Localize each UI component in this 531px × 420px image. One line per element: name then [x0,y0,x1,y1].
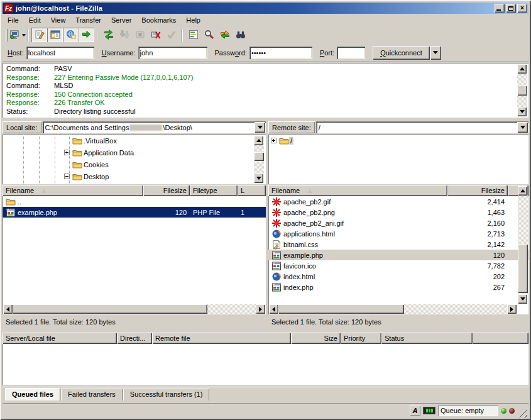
list-scroll-up-button[interactable] [518,186,527,196]
remote-list-column-header[interactable]: Filesize [447,185,508,196]
menu-edit[interactable]: Edit [24,15,46,25]
process-queue-button[interactable] [116,28,132,42]
tree-item[interactable]: Cookies [3,158,266,170]
local-list-row[interactable]: .. [3,196,266,207]
menu-help[interactable]: Help [181,15,205,25]
password-input[interactable] [249,47,312,59]
toggle-remote-tree-button[interactable] [63,28,79,42]
remote-list-row[interactable]: apache_pb2.gif2,414 [268,196,528,207]
queue-column-header[interactable]: Directi... [117,333,152,344]
menu-file[interactable]: File [3,15,24,25]
remote-list-column-header[interactable]: Filename [268,185,447,196]
queue-column-header[interactable]: Remote file [152,333,291,344]
queue-column-header[interactable]: Server/Local file [3,333,117,344]
toggle-message-log-button[interactable] [31,28,47,42]
tree-scroll-thumb[interactable] [254,152,264,161]
remote-list-row[interactable]: index.php267 [268,282,528,292]
remote-list-row[interactable]: example.php120 [268,250,528,260]
remote-list-row[interactable]: index.html202 [268,271,528,282]
local-path-combobox[interactable]: C:\Documents and Settings\Desktop\ [43,121,266,133]
search-button[interactable] [233,28,248,42]
hscroll-right-button[interactable] [256,304,265,314]
size-cell [143,196,190,207]
tree-item[interactable]: .VirtualBox [3,135,266,146]
reconnect-button[interactable] [163,28,179,42]
local-list-row[interactable]: example.php120PHP File1 [3,207,266,218]
remote-hscrollbar[interactable] [269,304,517,314]
hscroll-left-button[interactable] [3,304,13,314]
list-scroll-thumb[interactable] [518,244,528,293]
log-scrollbar[interactable] [517,64,527,116]
port-input[interactable] [337,47,365,59]
log-scroll-down-button[interactable] [517,107,527,116]
local-list-column-header[interactable]: L [238,185,266,196]
menu-view[interactable]: View [46,15,71,25]
reconnect-icon [167,30,177,41]
dropdown-arrow-icon [433,51,438,54]
tab-successful-transfers[interactable]: Successful transfers (1) [123,389,210,401]
hscroll-thumb[interactable] [13,304,207,314]
collapse-minus-icon[interactable] [64,174,70,179]
tree-item[interactable]: Desktop [3,170,266,182]
log-line: Command:MLSD [6,82,516,91]
quickconnect-button[interactable]: Quickconnect [373,46,430,60]
menu-bookmarks[interactable]: Bookmarks [136,15,181,25]
filename-label: .. [18,198,21,206]
list-scroll-down-button[interactable] [518,294,527,304]
site-manager-button[interactable] [9,28,25,42]
toggle-transfer-queue-button[interactable] [79,28,94,42]
queue-header-filler [473,333,528,344]
local-list-column-header[interactable]: Filename [3,185,143,196]
hscroll-right-button[interactable] [507,304,517,314]
tree-scroll-down-button[interactable] [254,174,263,183]
queue-column-header[interactable]: Status [381,333,473,344]
close-button[interactable]: × [517,4,527,13]
synchronized-browsing-button[interactable] [217,28,233,42]
tree-scroll-up-button[interactable] [254,136,263,145]
local-hscrollbar[interactable] [3,304,265,314]
toggle-local-tree-button[interactable] [47,28,63,42]
remote-path-dropdown-button[interactable] [517,122,528,133]
disconnect-button[interactable] [148,28,163,42]
expand-plus-icon[interactable] [271,138,276,143]
remote-list-header: FilenameFilesize [268,185,528,196]
log-scroll-thumb[interactable] [517,86,527,96]
resize-grip[interactable] [518,409,527,417]
hscroll-left-button[interactable] [269,304,278,314]
tree-item[interactable]: Application Data [3,146,266,158]
refresh-button[interactable] [101,28,116,42]
local-tree-scrollbar[interactable] [254,136,264,183]
remote-list-row[interactable]: apache_pb2_ani.gif2,160 [268,218,528,228]
remote-list-scrollbar[interactable] [518,186,528,304]
tab-queued-files[interactable]: Queued files [5,388,60,401]
local-list-column-header[interactable]: Filetype [190,185,238,196]
quickconnect-dropdown-button[interactable] [430,46,441,60]
toolbar-grip[interactable] [6,29,8,41]
local-path-dropdown-button[interactable] [255,122,265,133]
maximize-button[interactable] [506,4,516,13]
expand-plus-icon[interactable] [64,150,70,155]
directory-comparison-button[interactable] [185,28,201,42]
hscroll-thumb[interactable] [278,304,404,314]
find-files-button[interactable] [201,28,217,42]
menu-server[interactable]: Server [106,15,136,25]
local-list-column-header[interactable]: Filesize [143,185,190,196]
tab-failed-transfers[interactable]: Failed transfers [61,389,123,401]
log-line-type: Response: [6,74,54,82]
host-input[interactable] [26,47,94,59]
tree-item[interactable]: / [268,135,528,146]
log-scroll-up-button[interactable] [517,64,527,74]
cancel-operation-button[interactable] [132,28,148,42]
minimize-button[interactable] [495,4,505,13]
speed-limits-icon[interactable] [423,407,435,414]
queue-column-header[interactable]: Size [291,333,341,344]
transfer-type-icon[interactable]: A [410,406,420,416]
username-input[interactable] [138,47,207,59]
remote-path-combobox[interactable]: / [316,121,528,133]
remote-list-row[interactable]: bitnami.css2,142 [268,239,528,250]
queue-column-header[interactable]: Priority [341,333,381,344]
remote-list-row[interactable]: favicon.ico7,782 [268,260,528,271]
remote-list-row[interactable]: apache_pb2.png1,463 [268,207,528,218]
remote-list-row[interactable]: applications.html2,713 [268,228,528,239]
menu-transfer[interactable]: Transfer [70,15,106,25]
